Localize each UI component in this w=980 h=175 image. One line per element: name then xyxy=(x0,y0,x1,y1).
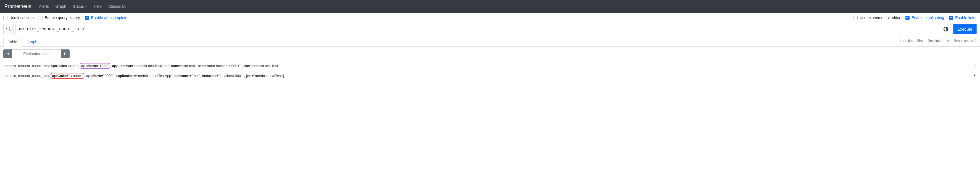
chevron-down-icon xyxy=(85,6,87,7)
use-experimental-editor-checkbox[interactable]: Use experimental editor xyxy=(853,16,900,20)
nav-alerts[interactable]: Alerts xyxy=(36,2,52,11)
table-row: metrics_request_count_total{apiCode="pro… xyxy=(3,71,977,81)
evaluation-time-input[interactable] xyxy=(12,49,61,58)
chevron-right-icon xyxy=(64,52,67,56)
globe-button[interactable] xyxy=(941,24,951,34)
nav-status[interactable]: Status xyxy=(70,2,91,11)
use-local-time-checkbox[interactable]: Use local time xyxy=(3,16,34,20)
chevron-left-icon xyxy=(6,52,9,56)
results-table: metrics_request_count_total{apiCode="ord… xyxy=(0,61,980,81)
execute-button[interactable]: Execute xyxy=(953,24,977,34)
expression-input[interactable] xyxy=(16,24,939,34)
tab-graph[interactable]: Graph xyxy=(22,37,42,47)
tabs-row: Table Graph Load time: 25ms Resolution: … xyxy=(0,37,980,47)
value-cell: 6 xyxy=(968,74,975,78)
enable-highlighting-checkbox[interactable]: Enable highlighting xyxy=(905,16,944,20)
evaluation-time-row xyxy=(0,47,980,61)
eval-time-next-button[interactable] xyxy=(61,49,70,58)
nav-classic-ui[interactable]: Classic UI xyxy=(105,2,129,11)
stat-resolution: Resolution: 14s xyxy=(928,39,951,43)
metric-cell[interactable]: metrics_request_count_total{apiCode="ord… xyxy=(5,63,968,69)
highlight-red: apiCode="product" xyxy=(51,73,84,79)
nav-graph[interactable]: Graph xyxy=(52,2,70,11)
value-cell: 8 xyxy=(968,64,975,68)
metrics-explorer-button[interactable] xyxy=(3,24,14,34)
tab-table[interactable]: Table xyxy=(3,37,22,47)
query-stats: Load time: 25ms Resolution: 14s Result s… xyxy=(900,39,977,45)
eval-time-prev-button[interactable] xyxy=(3,49,12,58)
metric-cell[interactable]: metrics_request_count_total{apiCode="pro… xyxy=(5,73,968,79)
enable-autocomplete-checkbox[interactable]: Enable autocomplete xyxy=(85,16,127,20)
globe-icon xyxy=(943,27,948,32)
table-row: metrics_request_count_total{apiCode="ord… xyxy=(3,61,977,71)
stat-load-time: Load time: 25ms xyxy=(900,39,924,43)
search-icon xyxy=(6,27,11,31)
enable-linter-checkbox[interactable]: Enable linter xyxy=(949,16,977,20)
nav-help[interactable]: Help xyxy=(90,2,105,11)
brand[interactable]: Prometheus xyxy=(5,3,31,10)
navbar: Prometheus Alerts Graph Status Help Clas… xyxy=(0,0,980,13)
stat-result-series: Result series: 2 xyxy=(954,39,977,43)
options-row: Use local time Enable query history Enab… xyxy=(0,13,980,22)
enable-query-history-checkbox[interactable]: Enable query history xyxy=(39,16,80,20)
highlight-purple: appMark="1000" xyxy=(80,63,110,69)
query-row: Execute xyxy=(0,22,980,35)
